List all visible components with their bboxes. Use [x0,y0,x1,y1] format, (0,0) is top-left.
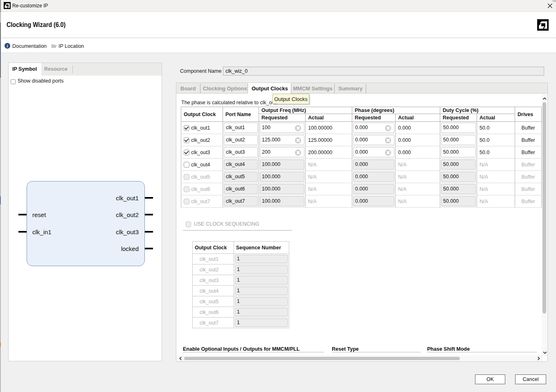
svg-text:i: i [7,44,8,48]
